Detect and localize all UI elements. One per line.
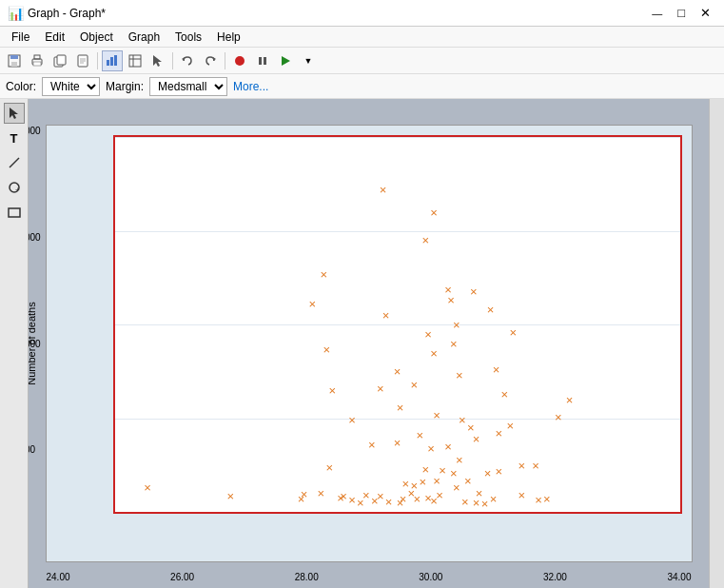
chart-button[interactable] — [102, 50, 123, 71]
scatter-point: × — [348, 414, 356, 426]
scatter-point: × — [535, 494, 542, 506]
grid-line-top — [115, 137, 680, 138]
scatter-point: × — [424, 327, 432, 340]
scatter-point: × — [380, 184, 387, 196]
scatter-point: × — [496, 464, 503, 477]
redo-button[interactable] — [200, 50, 221, 71]
scatter-point: × — [450, 466, 458, 479]
close-button[interactable]: ✕ — [695, 4, 716, 22]
scatter-point: × — [419, 476, 426, 488]
scatter-point: × — [459, 414, 466, 426]
svg-marker-25 — [10, 108, 18, 119]
undo-button[interactable] — [177, 50, 198, 71]
main-area: T + Number of deaths 200,000 150,000 100… — [0, 99, 724, 588]
scatter-point: × — [397, 401, 404, 413]
scatter-point: × — [493, 363, 500, 376]
scatter-point: × — [484, 466, 492, 479]
scatter-point: × — [456, 453, 463, 465]
svg-rect-22 — [259, 57, 262, 65]
svg-rect-7 — [57, 55, 66, 65]
menu-graph[interactable]: Graph — [121, 29, 167, 46]
y-tick-4: 150,000 — [29, 232, 41, 243]
scatter-point: × — [408, 487, 416, 500]
margin-select[interactable]: Medsmall — [149, 77, 227, 96]
x-tick-3: 28.00 — [295, 572, 319, 582]
copy-button[interactable] — [49, 50, 70, 71]
scatter-point: × — [532, 459, 539, 471]
ellipse-tool[interactable]: + — [4, 177, 25, 198]
x-tick-6: 34.00 — [667, 572, 691, 582]
scatter-point: × — [433, 474, 440, 486]
rect-tool[interactable] — [4, 202, 25, 223]
graph-container[interactable]: Number of deaths 200,000 150,000 100,000… — [46, 125, 693, 562]
scatter-point: × — [447, 294, 455, 306]
x-axis-ticks: 24.00 26.00 28.00 30.00 32.00 34.00 — [47, 572, 692, 582]
scatter-point: × — [470, 284, 478, 297]
select-tool[interactable] — [4, 103, 25, 124]
scatter-point: × — [320, 267, 327, 280]
scatter-point: × — [377, 490, 384, 502]
svg-text:+: + — [15, 186, 20, 194]
scatter-point: × — [501, 387, 509, 400]
scatter-point: × — [430, 346, 438, 359]
scatter-point: × — [473, 433, 480, 445]
grid-line-bottom — [115, 512, 680, 513]
scatter-point: × — [368, 439, 376, 451]
color-select[interactable]: White — [42, 77, 100, 96]
scatter-point: × — [543, 493, 551, 505]
scatter-point: × — [464, 474, 472, 486]
scatter-point: × — [507, 420, 515, 432]
pointer-button[interactable] — [147, 50, 168, 71]
print-button[interactable] — [27, 50, 48, 71]
menu-tools[interactable]: Tools — [167, 29, 209, 46]
scatter-point: × — [444, 283, 452, 295]
line-tool[interactable] — [4, 152, 25, 173]
scatter-point: × — [487, 304, 495, 316]
x-tick-5: 32.00 — [543, 572, 567, 582]
save-button[interactable] — [4, 50, 25, 71]
play-options-button[interactable]: ▼ — [298, 50, 319, 71]
play-button[interactable] — [275, 50, 296, 71]
pause-button[interactable] — [252, 50, 273, 71]
menu-edit[interactable]: Edit — [37, 29, 72, 46]
scatter-point: × — [357, 497, 364, 509]
svg-rect-12 — [107, 60, 109, 66]
scatter-point: × — [461, 495, 469, 507]
scatter-point: × — [298, 493, 305, 505]
scatter-point: × — [566, 393, 574, 405]
scatter-point: × — [411, 479, 419, 491]
svg-rect-1 — [10, 55, 18, 59]
svg-rect-4 — [34, 55, 40, 59]
scatter-point: × — [421, 462, 429, 475]
menu-file[interactable]: File — [4, 29, 37, 46]
scatter-point: × — [450, 337, 458, 349]
scatter-point: × — [323, 343, 330, 355]
scatter-point: × — [416, 429, 423, 441]
x-tick-2: 26.00 — [170, 572, 194, 582]
table-button[interactable] — [125, 50, 146, 71]
toolbar: ▼ — [0, 48, 724, 74]
menu-help[interactable]: Help — [209, 29, 248, 46]
scatter-point: × — [337, 492, 344, 504]
menu-object[interactable]: Object — [72, 29, 121, 46]
new-button[interactable] — [72, 50, 93, 71]
x-tick-4: 30.00 — [419, 572, 442, 582]
y-tick-5: 200,000 — [29, 126, 41, 136]
scatter-point: × — [340, 490, 347, 502]
text-tool[interactable]: T — [4, 127, 25, 148]
record-button[interactable] — [229, 50, 250, 71]
more-link[interactable]: More... — [233, 80, 268, 93]
scatter-point: × — [430, 495, 438, 507]
minimize-button[interactable]: — — [646, 4, 668, 22]
maximize-button[interactable]: □ — [672, 4, 691, 22]
scatter-point: × — [371, 495, 379, 507]
scatter-point: × — [453, 481, 460, 494]
vertical-scrollbar[interactable] — [709, 99, 724, 588]
margin-label: Margin: — [106, 80, 144, 93]
scatter-point: × — [362, 489, 370, 501]
scatter-point: × — [226, 490, 234, 502]
scatter-point: × — [325, 461, 333, 473]
grid-line-2 — [115, 324, 680, 325]
svg-point-21 — [235, 56, 245, 66]
scatter-point: × — [427, 442, 435, 455]
